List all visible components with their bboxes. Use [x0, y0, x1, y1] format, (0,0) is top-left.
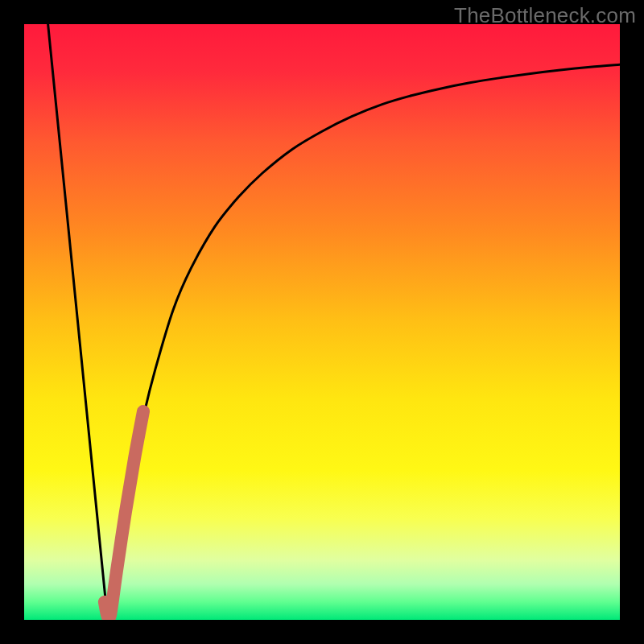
chart-svg [24, 24, 620, 620]
figure-container: TheBottleneck.com [0, 0, 644, 644]
gradient-background [24, 24, 620, 620]
plot-area [24, 24, 620, 620]
watermark: TheBottleneck.com [454, 3, 636, 28]
